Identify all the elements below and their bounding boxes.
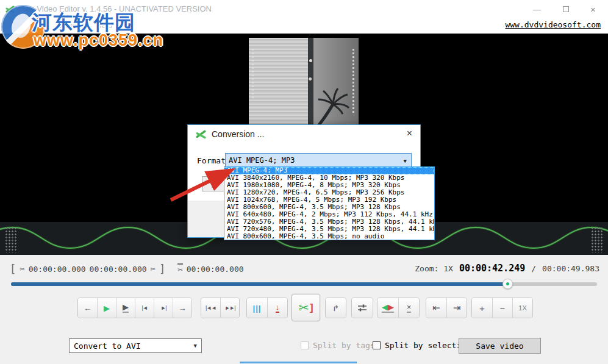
close-button[interactable]: × xyxy=(579,0,607,18)
maximize-icon xyxy=(563,6,569,12)
selection-open-bracket: [ xyxy=(10,263,16,275)
playback-button-group: ← ▶ ▶ |◄ ►| → xyxy=(77,298,192,318)
zoom-reset-button[interactable]: 1X xyxy=(512,298,532,318)
marker-time: 00:00:00.000 xyxy=(187,265,244,274)
seek-bar[interactable] xyxy=(11,282,597,286)
go-to-end-button[interactable]: ⇥ xyxy=(446,298,467,318)
clear-selection-icon: × xyxy=(407,303,412,313)
play-to-end-button[interactable]: ▶ xyxy=(116,298,135,318)
dialog-close-button[interactable]: × xyxy=(407,128,412,139)
menu-item[interactable]: File xyxy=(4,18,27,34)
rotate-button[interactable]: ↱ xyxy=(326,298,346,318)
bottom-row: Convert to AVI ▼ Split by tags Split by … xyxy=(0,338,608,356)
format-label: Format xyxy=(197,156,226,165)
vendor-website-link[interactable]: www.dvdvideosoft.com xyxy=(505,20,601,29)
play-to-end-icon: ▶ xyxy=(123,303,129,313)
title-bar: Free Video Editor v. 1.4.56 - UNACTIVATE… xyxy=(0,0,608,18)
window-title: Free Video Editor v. 1.4.56 - UNACTIVATE… xyxy=(18,4,212,13)
adjustments-button[interactable] xyxy=(352,298,373,318)
cut-bracket-icon: ] xyxy=(310,302,313,314)
playback-times: Zoom: 1X 00:00:42.249 / 00:00:49.983 xyxy=(415,263,599,274)
current-time: 00:00:42.249 xyxy=(459,263,525,274)
split-by-tags-option[interactable]: Split by tags xyxy=(301,341,375,350)
cut-selection-button[interactable]: ✂ ] xyxy=(291,294,320,321)
skip-button-group: |◄◄ ►►| xyxy=(201,298,240,318)
split-by-tags-checkbox[interactable] xyxy=(301,341,309,349)
palm-tree-silhouette xyxy=(306,80,355,129)
clear-selection-button[interactable]: × xyxy=(398,298,419,318)
maximize-button[interactable] xyxy=(552,0,579,18)
selection-times: [ ✂ 00:00:00.000 00:00:00.000 ✂ ] ✂ 00:0… xyxy=(10,263,244,275)
add-marker-button[interactable]: ||| xyxy=(247,298,267,318)
split-by-selections-checkbox[interactable] xyxy=(373,341,381,349)
conversion-dialog: Conversion ... × Format AVI MPEG-4; MP3 … xyxy=(187,124,421,238)
marker-out-icon: ▶ xyxy=(388,302,394,312)
selection-start-time: 00:00:00.000 xyxy=(29,265,86,274)
convert-format-value: Convert to AVI xyxy=(74,341,141,351)
minimize-button[interactable]: — xyxy=(523,0,551,18)
marker-scissors-icon: ✂ xyxy=(177,263,182,274)
time-separator: / xyxy=(531,264,536,273)
dialog-title: Conversion ... xyxy=(212,129,264,139)
menu-item[interactable]: Help xyxy=(90,18,118,34)
total-time: 00:00:49.983 xyxy=(542,264,599,273)
zoom-out-button[interactable]: − xyxy=(492,298,512,318)
save-video-button[interactable]: Save video xyxy=(459,338,541,354)
selection-end-time: 00:00:00.000 xyxy=(90,265,147,274)
zoom-in-button[interactable]: + xyxy=(472,298,492,318)
timestamps-row: [ ✂ 00:00:00.000 00:00:00.000 ✂ ] ✂ 00:0… xyxy=(0,263,608,275)
format-dropdown-list: AVI MPEG-4; MP3AVI 3840x2160, MPEG-4, 10… xyxy=(224,166,435,240)
video-frame-sea-region xyxy=(249,38,308,129)
dialog-title-bar: Conversion ... × xyxy=(188,125,420,143)
app-logo-icon xyxy=(5,5,15,14)
format-option[interactable]: AVI 800x600, MPEG-4, 3.5 Mbps; no audio xyxy=(224,233,434,240)
save-frame-icon: ↓ xyxy=(276,303,280,313)
selection-tools-group: ◀▶ × xyxy=(377,298,420,318)
seek-progress xyxy=(11,282,507,286)
toolbar: ← ▶ ▶ |◄ ►| → |◄◄ ►►| ||| ↓ ✂ ] ↱ xyxy=(0,298,608,328)
seek-thumb[interactable] xyxy=(502,279,513,289)
menu-item[interactable]: Options xyxy=(52,18,90,34)
zoom-button-group: + − 1X xyxy=(471,298,533,318)
video-frame-caption-strip xyxy=(352,49,354,113)
split-by-tags-label: Split by tags xyxy=(313,341,375,350)
rotate-tool: ↱ xyxy=(325,298,346,318)
waveform-scroll-handle-left[interactable] xyxy=(5,227,17,252)
taskbar-highlight xyxy=(240,362,357,363)
marker-tools-group: ||| ↓ xyxy=(246,298,288,318)
sliders-icon xyxy=(357,303,368,313)
video-frame xyxy=(249,38,359,129)
menu-items: FileEditOptionsHelp xyxy=(4,18,118,34)
previous-frame-button[interactable]: |◄ xyxy=(135,298,154,318)
dialog-app-icon xyxy=(196,129,206,140)
go-to-start-button[interactable]: ⇤ xyxy=(426,298,446,318)
format-combobox-value: AVI MPEG-4; MP3 xyxy=(229,156,295,165)
format-combobox[interactable]: AVI MPEG-4; MP3 ▼ xyxy=(225,153,412,167)
video-frame-caption-strip-left xyxy=(252,49,254,99)
selection-markers-icon: ◀▶ xyxy=(382,303,394,313)
save-frame-button[interactable]: ↓ xyxy=(267,298,287,318)
play-button[interactable]: ▶ xyxy=(97,298,116,318)
zoom-level-label: Zoom: 1X xyxy=(415,264,453,273)
step-back-button[interactable]: ← xyxy=(78,298,97,318)
scissors-start-icon: ✂ xyxy=(20,264,24,274)
step-forward-button[interactable]: → xyxy=(173,298,191,318)
next-frame-button[interactable]: ►| xyxy=(154,298,173,318)
set-selection-markers-button[interactable]: ◀▶ xyxy=(377,298,398,318)
control-panel: [ ✂ 00:00:00.000 00:00:00.000 ✂ ] ✂ 00:0… xyxy=(0,255,608,364)
chevron-down-icon: ▼ xyxy=(194,343,197,349)
selection-close-bracket: ] xyxy=(159,263,165,275)
skip-to-end-button[interactable]: ►►| xyxy=(220,298,239,318)
goto-button-group: ⇤ ⇥ xyxy=(426,298,467,318)
marker-in-icon: ◀ xyxy=(382,302,388,312)
convert-format-select[interactable]: Convert to AVI ▼ xyxy=(69,338,202,353)
settings-tool xyxy=(351,298,373,318)
chevron-down-icon: ▼ xyxy=(404,158,407,164)
scissors-cut-icon: ✂ xyxy=(298,301,309,315)
waveform-scroll-handle-right[interactable] xyxy=(591,227,603,252)
skip-to-start-button[interactable]: |◄◄ xyxy=(201,298,220,318)
markers-icon: ||| xyxy=(253,304,262,313)
scissors-end-icon: ✂ xyxy=(151,264,156,274)
menu-item[interactable]: Edit xyxy=(27,18,52,34)
